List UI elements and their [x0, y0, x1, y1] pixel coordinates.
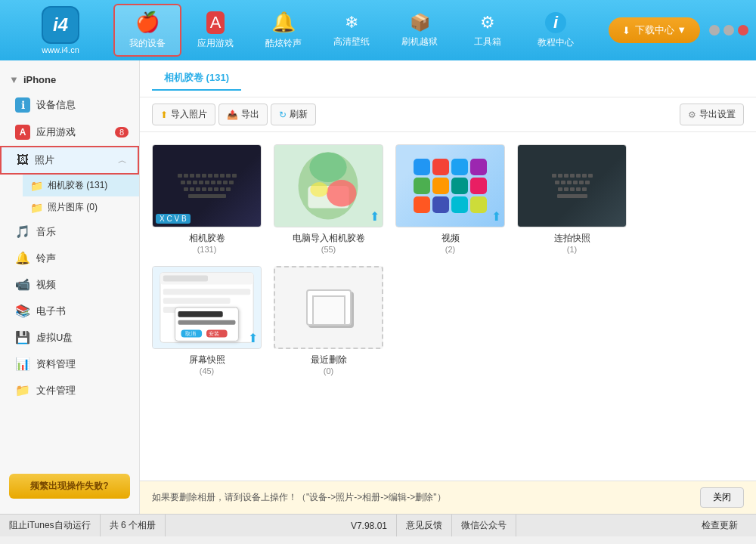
sidebar-item-photo-library[interactable]: 📁 照片图库 (0)	[23, 196, 139, 218]
sidebar-data-mgmt-label: 资料管理	[36, 357, 76, 371]
screenshot-indicator: ⬆	[248, 331, 258, 345]
album-camera-roll[interactable]: X C V B 相机胶卷 (131)	[152, 144, 262, 254]
photos-collapse-icon: ︿	[118, 154, 127, 167]
album-thumb-pc-import: ⬆	[274, 144, 383, 227]
refresh-icon: ↻	[279, 110, 287, 120]
nav-apps-label: 应用游戏	[197, 37, 234, 50]
sidebar-videos-label: 视频	[36, 278, 56, 292]
sidebar-item-music[interactable]: 🎵 音乐	[0, 218, 139, 245]
album-pc-import-name: 电脑导入相机胶卷	[293, 232, 365, 245]
nav-apps[interactable]: A 应用游戏	[181, 4, 249, 57]
download-button[interactable]: ⬇ 下载中心 ▼	[609, 17, 700, 43]
feedback-item[interactable]: 意见反馈	[397, 515, 452, 536]
svg-point-2	[309, 153, 346, 182]
version-item: V7.98.01	[342, 515, 397, 536]
album-camera-roll-count: (131)	[197, 245, 217, 254]
sidebar-item-ebooks[interactable]: 📚 电子书	[0, 298, 139, 324]
sidebar-item-device-info[interactable]: ℹ 设备信息	[0, 91, 139, 119]
album-screenshots-count: (45)	[200, 366, 215, 376]
total-albums-label: 共 6 个相册	[110, 519, 156, 532]
nav-jailbreak-label: 刷机越狱	[401, 36, 438, 48]
album-videos-name: 视频	[442, 232, 460, 245]
apps-badge: 8	[115, 127, 129, 138]
sidebar-file-mgmt-label: 文件管理	[36, 384, 76, 397]
camera-roll-folder-icon: 📁	[30, 180, 43, 192]
update-item[interactable]: 检查更新	[692, 515, 747, 536]
minimize-button[interactable]	[709, 25, 720, 36]
close-window-button[interactable]	[738, 25, 748, 36]
export-button[interactable]: 📤 导出	[218, 104, 268, 125]
tools-icon: ⚙	[480, 13, 495, 32]
refresh-button[interactable]: ↻ 刷新	[271, 104, 316, 125]
sidebar-item-file-mgmt[interactable]: 📁 文件管理	[0, 377, 139, 403]
ringtones-sidebar-icon: 🔔	[15, 251, 30, 265]
toolbar: ⬆ 导入照片 📤 导出 ↻ 刷新 ⚙ 导出设置	[140, 97, 756, 132]
info-bar: 如果要删除相册，请到设备上操作！（"设备->照片->相册->编辑->删除"） 关…	[140, 481, 756, 514]
maximize-button[interactable]	[723, 25, 734, 36]
svg-point-5	[310, 182, 328, 197]
sidebar-item-videos[interactable]: 📹 视频	[0, 271, 139, 298]
nav-ringtones[interactable]: 🔔 酷炫铃声	[249, 4, 318, 57]
udisk-icon: 💾	[15, 330, 30, 345]
logo-area: i4 www.i4.cn	[8, 6, 113, 54]
info-text: 如果要删除相册，请到设备上操作！（"设备->照片->相册->编辑->删除"）	[152, 491, 700, 504]
file-mgmt-icon: 📁	[15, 383, 30, 397]
device-info-icon: ℹ	[15, 97, 30, 113]
sidebar-item-photos[interactable]: 🖼 照片 ︿	[0, 146, 139, 175]
album-camera-roll-name: 相机胶卷	[189, 232, 225, 245]
version-label: V7.98.01	[351, 521, 387, 531]
music-icon: 🎵	[15, 224, 30, 239]
app-icons-grid	[407, 153, 493, 219]
nav-my-device[interactable]: 🍎 我的设备	[113, 4, 181, 57]
close-info-button[interactable]: 关闭	[700, 487, 744, 508]
nav-tools-label: 工具箱	[474, 36, 501, 48]
album-videos[interactable]: ⬆ 视频 (2)	[395, 144, 505, 254]
album-thumb-screenshots: 取消 安装 ⬆	[152, 266, 262, 349]
album-screenshots[interactable]: 取消 安装 ⬆ 屏幕快照 (45)	[152, 266, 262, 376]
tab-camera-roll[interactable]: 相机胶卷 (131)	[152, 66, 241, 91]
sidebar-item-apps[interactable]: A 应用游戏 8	[0, 119, 139, 146]
sidebar-item-data-mgmt[interactable]: 📊 资料管理	[0, 351, 139, 377]
export-settings-label: 导出设置	[699, 108, 736, 121]
export-settings-button[interactable]: ⚙ 导出设置	[680, 104, 744, 125]
photo-grid: X C V B 相机胶卷 (131) ⬆	[140, 132, 756, 481]
nav-my-device-label: 我的设备	[129, 37, 166, 50]
jailbreak-icon: 📦	[410, 13, 430, 32]
sidebar-item-ringtones[interactable]: 🔔 铃声	[0, 245, 139, 271]
import-photos-button[interactable]: ⬆ 导入照片	[152, 104, 215, 125]
nav-jailbreak[interactable]: 📦 刷机越狱	[386, 4, 454, 57]
album-burst[interactable]: 连拍快照 (1)	[517, 144, 627, 254]
sidebar-item-camera-roll[interactable]: 📁 相机胶卷 (131)	[23, 175, 139, 196]
album-recently-deleted[interactable]: 最近删除 (0)	[274, 266, 383, 376]
nav-wallpaper[interactable]: ❄ 高清壁纸	[318, 4, 386, 57]
update-label: 检查更新	[702, 519, 738, 532]
empty-folder-art	[306, 289, 352, 326]
album-recently-deleted-count: (0)	[324, 366, 333, 376]
import-indicator: ⬆	[370, 209, 380, 224]
device-label: ▼ iPhone	[0, 68, 139, 91]
album-pc-import[interactable]: ⬆ 电脑导入相机胶卷 (55)	[274, 144, 383, 254]
wechat-label: 微信公众号	[461, 519, 507, 532]
album-screenshots-name: 屏幕快照	[189, 354, 225, 366]
sidebar-item-udisk[interactable]: 💾 虚拟U盘	[0, 324, 139, 351]
album-pc-import-count: (55)	[321, 245, 336, 254]
sidebar-ringtones-label: 铃声	[36, 252, 56, 265]
troubleshoot-button[interactable]: 频繁出现操作失败?	[9, 474, 130, 499]
refresh-label: 刷新	[290, 108, 308, 121]
nav-tutorials[interactable]: i 教程中心	[522, 4, 590, 57]
svg-rect-15	[178, 320, 236, 325]
nav-wallpaper-label: 高清壁纸	[333, 36, 370, 48]
device-arrow-icon: ▼	[9, 74, 19, 85]
logo-text: www.i4.cn	[42, 45, 79, 54]
videos-indicator: ⬆	[491, 209, 501, 224]
wechat-item[interactable]: 微信公众号	[452, 515, 516, 536]
data-mgmt-icon: 📊	[15, 357, 30, 371]
nav-tools[interactable]: ⚙ 工具箱	[454, 4, 522, 57]
stop-itunes-item[interactable]: 阻止iTunes自动运行	[9, 515, 101, 536]
svg-rect-10	[163, 289, 250, 295]
svg-rect-14	[178, 311, 223, 317]
feedback-label: 意见反馈	[406, 519, 442, 532]
device-name: iPhone	[23, 74, 56, 85]
my-device-icon: 🍎	[135, 11, 160, 34]
wallpaper-icon: ❄	[345, 13, 358, 32]
